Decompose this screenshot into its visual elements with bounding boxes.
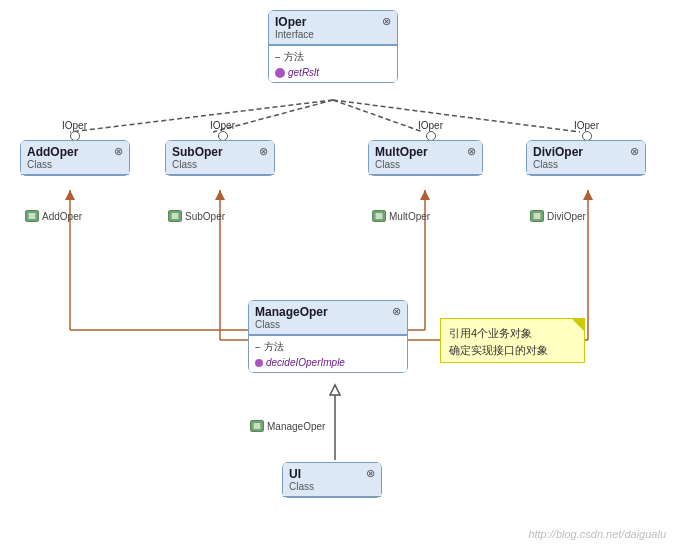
ioper-header: IOper Interface ⊗ bbox=[269, 11, 397, 45]
multoper-header: MultOper Class ⊗ bbox=[369, 141, 482, 175]
manageoper-collapse-icon[interactable]: ⊗ bbox=[392, 305, 401, 318]
field-divioper-icon bbox=[530, 210, 544, 222]
lollipop-suboper-label: IOper bbox=[210, 120, 235, 131]
minus-icon-2: − bbox=[255, 342, 261, 353]
multoper-collapse-icon[interactable]: ⊗ bbox=[467, 145, 476, 158]
manageoper-section-header: − 方法 bbox=[255, 340, 401, 354]
ui-title: UI bbox=[289, 467, 314, 481]
divioper-header: DiviOper Class ⊗ bbox=[527, 141, 645, 175]
svg-marker-12 bbox=[420, 190, 430, 200]
lollipop-multoper-label: IOper bbox=[418, 120, 443, 131]
addoper-header-text: AddOper Class bbox=[27, 145, 78, 170]
manageoper-type: Class bbox=[255, 319, 328, 330]
svg-marker-9 bbox=[215, 190, 225, 200]
svg-marker-6 bbox=[65, 190, 75, 200]
ui-header: UI Class ⊗ bbox=[283, 463, 381, 497]
manageoper-header: ManageOper Class ⊗ bbox=[249, 301, 407, 335]
manageoper-box: ManageOper Class ⊗ − 方法 decideIOperImple bbox=[248, 300, 408, 373]
suboper-header-text: SubOper Class bbox=[172, 145, 223, 170]
field-divioper: DiviOper bbox=[530, 210, 586, 222]
addoper-header: AddOper Class ⊗ bbox=[21, 141, 129, 175]
multoper-header-text: MultOper Class bbox=[375, 145, 428, 170]
addoper-box: AddOper Class ⊗ bbox=[20, 140, 130, 176]
note-text-line2: 确定实现接口的对象 bbox=[449, 342, 576, 359]
svg-marker-15 bbox=[583, 190, 593, 200]
note-box: 引用4个业务对象 确定实现接口的对象 bbox=[440, 318, 585, 363]
watermark: http://blog.csdn.net/daigualu bbox=[528, 528, 666, 540]
ioper-collapse-icon[interactable]: ⊗ bbox=[382, 15, 391, 28]
manageoper-method-name: decideIOperImple bbox=[266, 357, 345, 368]
suboper-type: Class bbox=[172, 159, 223, 170]
field-manageoper-label: ManageOper bbox=[267, 421, 325, 432]
divioper-box: DiviOper Class ⊗ bbox=[526, 140, 646, 176]
svg-marker-17 bbox=[330, 385, 340, 395]
suboper-title: SubOper bbox=[172, 145, 223, 159]
field-suboper-label: SubOper bbox=[185, 211, 225, 222]
multoper-type: Class bbox=[375, 159, 428, 170]
diagram-container: IOper Interface ⊗ − 方法 getRslt IOper IOp… bbox=[0, 0, 676, 550]
field-addoper-label: AddOper bbox=[42, 211, 82, 222]
svg-line-0 bbox=[70, 100, 333, 132]
field-multoper-label: MultOper bbox=[389, 211, 430, 222]
addoper-type: Class bbox=[27, 159, 78, 170]
field-addoper-icon bbox=[25, 210, 39, 222]
minus-icon: − bbox=[275, 52, 281, 63]
method-icon-2 bbox=[255, 359, 263, 367]
field-manageoper-icon bbox=[250, 420, 264, 432]
manageoper-title: ManageOper bbox=[255, 305, 328, 319]
note-text-line1: 引用4个业务对象 bbox=[449, 325, 576, 342]
suboper-collapse-icon[interactable]: ⊗ bbox=[259, 145, 268, 158]
field-addoper: AddOper bbox=[25, 210, 82, 222]
ioper-section-header: − 方法 bbox=[275, 50, 391, 64]
field-divioper-label: DiviOper bbox=[547, 211, 586, 222]
field-multoper: MultOper bbox=[372, 210, 430, 222]
ui-box: UI Class ⊗ bbox=[282, 462, 382, 498]
field-suboper: SubOper bbox=[168, 210, 225, 222]
manageoper-header-text: ManageOper Class bbox=[255, 305, 328, 330]
ioper-header-text: IOper Interface bbox=[275, 15, 314, 40]
manageoper-section-label: 方法 bbox=[264, 340, 284, 354]
svg-line-2 bbox=[333, 100, 423, 132]
field-multoper-icon bbox=[372, 210, 386, 222]
lollipop-addoper-label: IOper bbox=[62, 120, 87, 131]
divioper-header-text: DiviOper Class bbox=[533, 145, 583, 170]
ioper-method-name: getRslt bbox=[288, 67, 319, 78]
ui-header-text: UI Class bbox=[289, 467, 314, 492]
ioper-title: IOper bbox=[275, 15, 314, 29]
multoper-title: MultOper bbox=[375, 145, 428, 159]
manageoper-methods-section: − 方法 decideIOperImple bbox=[249, 335, 407, 372]
suboper-header: SubOper Class ⊗ bbox=[166, 141, 274, 175]
divioper-type: Class bbox=[533, 159, 583, 170]
ui-type: Class bbox=[289, 481, 314, 492]
lollipop-divioper-label: IOper bbox=[574, 120, 599, 131]
field-suboper-icon bbox=[168, 210, 182, 222]
divioper-collapse-icon[interactable]: ⊗ bbox=[630, 145, 639, 158]
ioper-methods-section: − 方法 getRslt bbox=[269, 45, 397, 82]
ioper-stereotype: Interface bbox=[275, 29, 314, 40]
method-icon bbox=[275, 68, 285, 78]
manageoper-method: decideIOperImple bbox=[255, 357, 401, 368]
suboper-box: SubOper Class ⊗ bbox=[165, 140, 275, 176]
addoper-title: AddOper bbox=[27, 145, 78, 159]
ui-collapse-icon[interactable]: ⊗ bbox=[366, 467, 375, 480]
ioper-section-label: 方法 bbox=[284, 50, 304, 64]
ioper-box: IOper Interface ⊗ − 方法 getRslt bbox=[268, 10, 398, 83]
addoper-collapse-icon[interactable]: ⊗ bbox=[114, 145, 123, 158]
ioper-method: getRslt bbox=[275, 67, 391, 78]
multoper-box: MultOper Class ⊗ bbox=[368, 140, 483, 176]
field-manageoper: ManageOper bbox=[250, 420, 325, 432]
svg-line-3 bbox=[333, 100, 580, 132]
divioper-title: DiviOper bbox=[533, 145, 583, 159]
